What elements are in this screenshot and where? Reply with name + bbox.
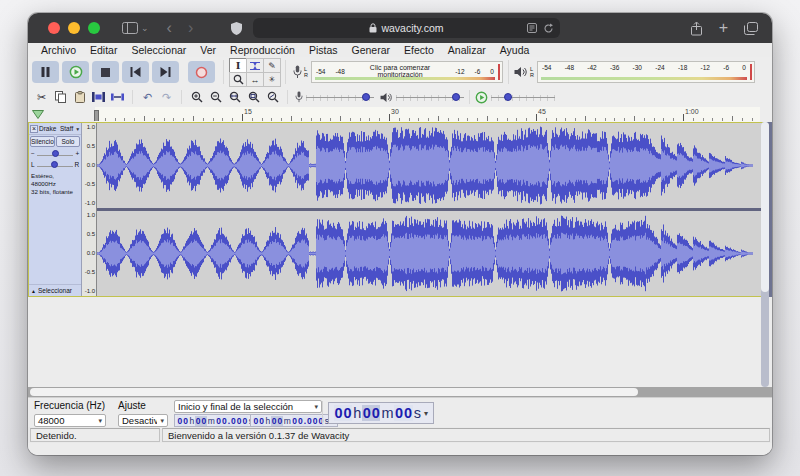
track-menu-chevron-icon[interactable]: ▼ xyxy=(75,126,80,132)
menu-item-editar[interactable]: Editar xyxy=(83,44,124,56)
playhead-marker[interactable] xyxy=(94,110,99,121)
menu-item-pistas[interactable]: Pistas xyxy=(302,44,345,56)
privacy-shield-icon[interactable] xyxy=(231,22,242,35)
toolbar-separator xyxy=(287,90,288,104)
sidebar-toggle-button[interactable] xyxy=(122,22,138,34)
new-tab-button[interactable]: + xyxy=(719,20,728,36)
skip-start-button[interactable] xyxy=(122,61,149,83)
selection-tool-button[interactable]: I xyxy=(229,58,247,73)
project-rate-select[interactable]: 48000▾ xyxy=(34,414,106,427)
stop-button[interactable] xyxy=(92,61,119,83)
tab-overview-icon[interactable] xyxy=(744,22,758,35)
pan-slider[interactable] xyxy=(37,160,73,170)
record-volume-thumb[interactable] xyxy=(362,93,370,101)
pan-thumb[interactable] xyxy=(51,161,58,168)
selection-tool-icon: I xyxy=(236,60,241,71)
play-at-speed-icon[interactable] xyxy=(475,91,488,104)
zoom-in-button[interactable] xyxy=(187,89,206,106)
selection-mode-select[interactable]: Inicio y final de la selección▾ xyxy=(174,400,322,413)
zoom-window-button[interactable] xyxy=(88,22,100,34)
share-icon[interactable] xyxy=(690,21,703,36)
minimize-window-button[interactable] xyxy=(68,22,80,34)
menu-item-seleccionar[interactable]: Seleccionar xyxy=(124,44,193,56)
play-button[interactable] xyxy=(62,61,89,83)
pause-button[interactable] xyxy=(32,61,59,83)
back-button[interactable]: ‹ xyxy=(167,20,172,36)
track-workspace[interactable]: × Drake_Staff ▼ Silencio Solo − xyxy=(28,122,772,297)
vertical-scale-ruler[interactable]: 1.00.50.0-0.5-1.01.00.50.0-0.5-1.0 xyxy=(82,123,97,296)
url-text: wavacity.com xyxy=(381,22,443,34)
vertical-scrollbar[interactable] xyxy=(761,122,769,387)
reload-icon[interactable] xyxy=(543,23,554,34)
snap-select[interactable]: Desactivado▾ xyxy=(118,414,168,427)
selection-end-field[interactable]: 00h00m00.000s▾ xyxy=(250,414,338,427)
selection-start-field[interactable]: 00h00m00.000s▾ xyxy=(174,414,262,427)
timeline-pin-button[interactable] xyxy=(32,110,44,119)
mute-button[interactable]: Silencio xyxy=(30,136,55,147)
zoom-out-button[interactable] xyxy=(206,89,225,106)
playback-volume-slider[interactable] xyxy=(396,91,464,103)
record-volume-slider[interactable] xyxy=(306,91,374,103)
play-speed-thumb[interactable] xyxy=(504,93,512,101)
record-meter[interactable]: -54 -48 Clic para comenzar monitorizació… xyxy=(311,61,503,83)
play-speed-slider[interactable] xyxy=(491,91,555,103)
gain-slider[interactable] xyxy=(37,149,74,159)
menu-item-archivo[interactable]: Archivo xyxy=(34,44,83,56)
close-window-button[interactable] xyxy=(48,22,60,34)
record-button[interactable] xyxy=(188,61,215,83)
zoom-in-icon xyxy=(191,91,203,103)
redo-button[interactable]: ↷ xyxy=(157,89,176,106)
paste-button[interactable] xyxy=(70,89,89,106)
waveform-channel-right[interactable] xyxy=(97,211,762,296)
collapse-icon[interactable]: ▲ xyxy=(31,288,36,294)
track-format-line2: 32 bits, flotante xyxy=(31,188,79,196)
reader-icon[interactable] xyxy=(527,23,537,33)
silence-button[interactable] xyxy=(108,89,127,106)
zoom-toggle-button[interactable] xyxy=(263,89,282,106)
lock-icon xyxy=(369,23,377,33)
draw-tool-icon: ✎ xyxy=(268,61,276,71)
playback-meter[interactable]: -54 -48 -42 -36 -30 -24 -18 -12 -6 0 xyxy=(537,61,755,83)
undo-button[interactable]: ↶ xyxy=(138,89,157,106)
timeshift-tool-button[interactable]: ↔ xyxy=(246,72,264,87)
menu-item-reproduccion[interactable]: Reproducción xyxy=(223,44,302,56)
trim-icon xyxy=(92,92,105,102)
multi-tool-button[interactable]: ✳ xyxy=(263,72,281,87)
draw-tool-button[interactable]: ✎ xyxy=(263,58,281,73)
timeline-ruler[interactable]: 1530451:00 xyxy=(95,107,760,123)
menu-item-generar[interactable]: Generar xyxy=(344,44,397,56)
track-close-button[interactable]: × xyxy=(30,125,38,133)
menu-item-efecto[interactable]: Efecto xyxy=(397,44,441,56)
solo-button[interactable]: Solo xyxy=(56,136,80,147)
vertical-scrollbar-thumb[interactable] xyxy=(761,122,769,292)
horizontal-scrollbar[interactable] xyxy=(28,387,772,397)
zoom-selection-button[interactable] xyxy=(225,89,244,106)
cut-button[interactable]: ✂ xyxy=(32,89,51,106)
microphone-icon[interactable] xyxy=(293,65,302,79)
forward-button[interactable]: › xyxy=(188,20,193,36)
waveform-area[interactable] xyxy=(97,123,762,296)
address-bar[interactable]: wavacity.com xyxy=(253,18,560,38)
track-name-label[interactable]: Drake_Staff xyxy=(39,125,74,132)
trim-button[interactable] xyxy=(89,89,108,106)
speaker-icon[interactable] xyxy=(514,66,528,78)
menu-item-ayuda[interactable]: Ayuda xyxy=(493,44,537,56)
horizontal-scrollbar-thumb[interactable] xyxy=(30,388,638,396)
gain-thumb[interactable] xyxy=(52,150,59,157)
sidebar-chevron-icon[interactable]: ⌄ xyxy=(141,23,149,33)
audio-position-display[interactable]: 00h00m00s▾ xyxy=(328,402,434,424)
skip-end-button[interactable] xyxy=(152,61,179,83)
track-select-bar[interactable]: ▲ Seleccionar xyxy=(29,284,81,296)
envelope-tool-button[interactable] xyxy=(246,58,264,73)
copy-button[interactable] xyxy=(51,89,70,106)
toolbar-separator xyxy=(223,60,224,84)
playback-volume-thumb[interactable] xyxy=(452,93,460,101)
pan-slider-row: L R xyxy=(29,159,81,170)
menu-item-analizar[interactable]: Analizar xyxy=(441,44,493,56)
zoom-fit-button[interactable] xyxy=(244,89,263,106)
menu-item-ver[interactable]: Ver xyxy=(193,44,223,56)
waveform-channel-left[interactable] xyxy=(97,123,762,208)
zoom-tool-button[interactable] xyxy=(229,72,247,87)
project-rate-label: Frecuencia (Hz) xyxy=(34,400,105,411)
pause-icon xyxy=(41,67,50,77)
